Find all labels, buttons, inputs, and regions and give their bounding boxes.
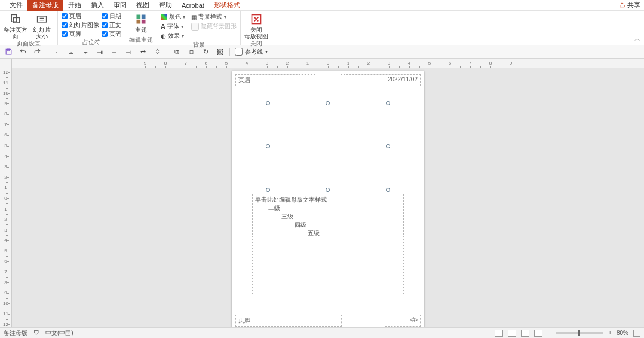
body-level-2: 二级: [268, 204, 401, 212]
group-label-page-setup: 页面设置: [4, 39, 54, 48]
fit-to-window-button[interactable]: [633, 330, 640, 337]
bg-style-button[interactable]: ▦背景样式▾: [191, 12, 237, 22]
ribbon-collapse-button[interactable]: ︿: [634, 35, 640, 43]
chk-header[interactable]: 页眉: [62, 12, 99, 20]
group-label-background: 背景: [161, 41, 237, 50]
view-normal-button[interactable]: [495, 330, 503, 337]
group-page-setup: 备注页方向 幻灯片 大小 页面设置: [0, 11, 58, 45]
body-level-5: 五级: [308, 229, 401, 237]
ruler-horizontal[interactable]: 9·8·7·6·5·4·3·2·1·0·1·2·3·4·5·6·7·8·9: [12, 59, 644, 68]
tab-help[interactable]: 帮助: [154, 0, 177, 11]
svg-rect-4: [142, 15, 146, 19]
page-number-placeholder[interactable]: ‹#›: [385, 315, 421, 327]
themes-icon: [135, 13, 147, 25]
menu-bar: 文件 备注母版 开始 插入 审阅 视图 帮助 Acrobat 形状格式 共享: [0, 0, 644, 11]
tab-review[interactable]: 审阅: [109, 0, 131, 11]
slide-size-label: 幻灯片 大小: [33, 26, 51, 39]
resize-handle-s[interactable]: [326, 188, 330, 192]
tab-view[interactable]: 视图: [131, 0, 154, 11]
distribute-h-button[interactable]: ⇹: [138, 47, 148, 57]
svg-rect-6: [142, 20, 146, 24]
themes-button[interactable]: 主题: [129, 12, 153, 33]
close-icon: [250, 13, 262, 25]
group-placeholders: 页眉 幻灯片图像 页脚 日期 正文 页码 占位符: [58, 11, 125, 45]
zoom-out-button[interactable]: −: [547, 330, 551, 336]
resize-handle-sw[interactable]: [266, 188, 270, 192]
ruler-vertical[interactable]: 1211109876543210123456789101112: [0, 68, 12, 327]
tab-shape-format[interactable]: 形状格式: [209, 0, 245, 11]
chk-page-num[interactable]: 页码: [102, 30, 121, 38]
tab-home[interactable]: 开始: [63, 0, 86, 11]
group-close: 关闭 母版视图 关闭: [241, 11, 272, 45]
header-placeholder[interactable]: 页眉: [235, 74, 315, 86]
share-label: 共享: [627, 1, 640, 10]
align-top-button[interactable]: ⫣: [95, 47, 105, 57]
body-level-3: 三级: [281, 212, 401, 221]
chk-hide-bg[interactable]: 隐藏背景图形: [191, 22, 237, 31]
editor-area: 9·8·7·6·5·4·3·2·1·0·1·2·3·4·5·6·7·8·9 12…: [0, 59, 644, 327]
group-label-edit-theme: 编辑主题: [129, 36, 153, 45]
resize-handle-ne[interactable]: [386, 101, 390, 105]
separator: [47, 48, 47, 56]
svg-rect-5: [137, 20, 141, 24]
canvas-scroll[interactable]: 页眉 2022/11/02 单击此处编辑母版文本样式 二级 三级 四级 五级 页…: [12, 68, 644, 327]
themes-label: 主题: [135, 26, 147, 33]
view-slideshow-button[interactable]: [534, 330, 542, 337]
slide-size-button[interactable]: 幻灯片 大小: [30, 12, 54, 39]
bg-style-icon: ▦: [191, 14, 197, 20]
accessibility-icon[interactable]: ⛉: [33, 330, 39, 336]
orientation-icon: [10, 13, 22, 25]
body-level-1: 单击此处编辑母版文本样式: [255, 196, 401, 204]
colors-button[interactable]: 颜色▾: [161, 12, 185, 22]
share-button[interactable]: 共享: [619, 1, 640, 10]
align-right-button[interactable]: ⫟: [81, 47, 90, 57]
orientation-label: 备注页方向: [4, 26, 27, 39]
resize-handle-w[interactable]: [266, 144, 270, 148]
tab-notes-master[interactable]: 备注母版: [27, 0, 63, 11]
align-middle-button[interactable]: ⫤: [109, 47, 119, 57]
zoom-level[interactable]: 80%: [617, 330, 628, 336]
chk-body[interactable]: 正文: [102, 21, 121, 29]
group-label-placeholders: 占位符: [62, 38, 121, 47]
tab-insert[interactable]: 插入: [86, 0, 109, 11]
chk-slide-image[interactable]: 幻灯片图像: [62, 21, 99, 29]
body-placeholder[interactable]: 单击此处编辑母版文本样式 二级 三级 四级 五级: [252, 194, 404, 294]
group-background: 颜色▾ A字体▾ ◐效果▾ ▦背景样式▾ 隐藏背景图形 背景: [157, 11, 241, 45]
svg-rect-3: [137, 15, 141, 19]
align-bottom-button[interactable]: ⫥: [124, 47, 133, 57]
body-level-4: 四级: [295, 221, 401, 229]
view-sorter-button[interactable]: [508, 330, 516, 337]
tab-acrobat[interactable]: Acrobat: [177, 1, 209, 10]
zoom-slider[interactable]: [556, 332, 603, 334]
view-options-bar: ⫞ ⫠ ⫟ ⫣ ⫤ ⫥ ⇹ ⇳ ⧉ ⧈ ↻ 🖼 参考线▾: [0, 45, 644, 59]
close-master-label: 关闭 母版视图: [244, 26, 268, 39]
tab-file[interactable]: 文件: [5, 0, 27, 11]
align-center-h-button[interactable]: ⫠: [66, 47, 76, 57]
slide-image-placeholder[interactable]: [268, 103, 388, 190]
ribbon: 备注页方向 幻灯片 大小 页面设置 页眉 幻灯片图像 页脚 日期 正文 页码 占…: [0, 11, 644, 45]
notes-page[interactable]: 页眉 2022/11/02 单击此处编辑母版文本样式 二级 三级 四级 五级 页…: [232, 71, 424, 327]
resize-handle-se[interactable]: [386, 188, 390, 192]
zoom-in-button[interactable]: +: [608, 330, 612, 336]
fonts-button[interactable]: A字体▾: [161, 22, 185, 31]
date-placeholder[interactable]: 2022/11/02: [341, 74, 421, 86]
effects-button[interactable]: ◐效果▾: [161, 31, 185, 41]
resize-handle-e[interactable]: [386, 144, 390, 148]
resize-handle-n[interactable]: [326, 101, 330, 105]
chk-date[interactable]: 日期: [102, 12, 121, 20]
status-mode: 备注母版: [4, 329, 27, 337]
ruler-corner: [0, 59, 12, 68]
svg-rect-2: [38, 16, 47, 22]
resize-handle-nw[interactable]: [266, 101, 270, 105]
view-reading-button[interactable]: [521, 330, 529, 337]
close-master-button[interactable]: 关闭 母版视图: [244, 12, 268, 39]
footer-placeholder[interactable]: 页脚: [235, 315, 342, 327]
guides-toggle[interactable]: 参考线▾: [235, 48, 268, 56]
status-language[interactable]: 中文(中国): [45, 329, 73, 337]
slide-size-icon: [36, 13, 48, 25]
notes-orientation-button[interactable]: 备注页方向: [4, 12, 27, 39]
svg-rect-8: [7, 49, 9, 51]
share-icon: [619, 2, 625, 8]
group-label-close: 关闭: [244, 39, 268, 48]
chk-footer[interactable]: 页脚: [62, 30, 99, 38]
